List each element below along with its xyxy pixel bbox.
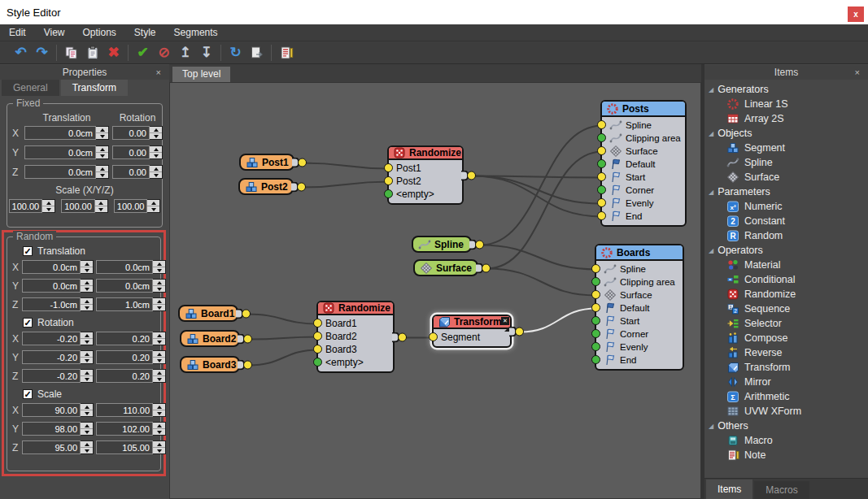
- node-surface[interactable]: Surface: [413, 259, 478, 276]
- node-spline[interactable]: Spline: [412, 236, 472, 253]
- items-close-icon[interactable]: ×: [855, 65, 860, 80]
- output-port[interactable]: [243, 334, 252, 343]
- item-reverse[interactable]: Reverse: [704, 345, 868, 360]
- menu-view[interactable]: View: [35, 24, 74, 41]
- item-constant[interactable]: 2Constant: [704, 214, 868, 228]
- input-port[interactable]: [597, 185, 606, 194]
- random-rotation-toggle[interactable]: ✓Rotation: [23, 316, 158, 328]
- notes-icon[interactable]: [277, 43, 295, 62]
- random-translation-z-max-steppers[interactable]: [153, 297, 166, 311]
- input-port[interactable]: [384, 189, 393, 198]
- node-transform[interactable]: Transform✕Segment: [432, 315, 512, 348]
- random-scale-x-max[interactable]: 110.00: [96, 403, 166, 417]
- node-header[interactable]: Boards: [596, 245, 683, 261]
- item-sequence[interactable]: 12Sequence: [704, 302, 868, 316]
- collapse-icon[interactable]: ◢: [709, 189, 713, 196]
- node-rand1[interactable]: RandomizePost1Post2<empty>: [387, 145, 464, 205]
- item-material[interactable]: Material: [704, 258, 868, 272]
- input-port[interactable]: [429, 332, 438, 341]
- item-compose[interactable]: Compose: [704, 331, 868, 345]
- node-board2[interactable]: Board2: [180, 330, 240, 347]
- random-rotation-z-max[interactable]: 0.20: [96, 369, 166, 383]
- input-port[interactable]: [591, 290, 600, 299]
- input-port[interactable]: [313, 319, 322, 328]
- fixed-translation-z-steppers[interactable]: [96, 165, 109, 179]
- canvas-tab-top-level[interactable]: Top level: [172, 67, 230, 82]
- category-operators[interactable]: ◢Operators: [704, 243, 868, 258]
- input-port[interactable]: [384, 176, 393, 185]
- item-array-2s[interactable]: Array 2S: [704, 111, 868, 126]
- input-port[interactable]: [597, 198, 606, 207]
- fixed-scale-1[interactable]: 100.00: [61, 199, 108, 213]
- random-scale-x-max-steppers[interactable]: [153, 403, 166, 417]
- random-scale-y-min[interactable]: 98.00: [22, 422, 94, 436]
- output-port[interactable]: [298, 158, 307, 167]
- input-port[interactable]: [597, 120, 606, 129]
- fixed-rotation-x-steppers[interactable]: [150, 126, 163, 140]
- node-board1[interactable]: Board1: [178, 305, 238, 322]
- fixed-rotation-y[interactable]: 0.00: [112, 145, 163, 159]
- tab-general[interactable]: General: [2, 80, 59, 96]
- random-translation-y-min-steppers[interactable]: [81, 279, 94, 293]
- node-post1[interactable]: Post1: [239, 154, 294, 171]
- input-port[interactable]: [591, 355, 600, 364]
- random-scale-z-min[interactable]: 95.00: [22, 440, 94, 454]
- item-randomize[interactable]: Randomize: [704, 287, 868, 302]
- item-segment[interactable]: Segment: [704, 141, 868, 155]
- random-translation-y-min[interactable]: 0.0cm: [22, 279, 94, 293]
- random-rotation-y-min-steppers[interactable]: [81, 350, 94, 364]
- output-port[interactable]: [515, 327, 524, 336]
- fixed-rotation-z-steppers[interactable]: [150, 165, 163, 179]
- node-header[interactable]: Randomize: [318, 302, 393, 315]
- random-scale-y-max[interactable]: 102.00: [96, 422, 166, 436]
- node-close-icon[interactable]: ✕: [501, 317, 509, 325]
- input-port[interactable]: [384, 163, 393, 172]
- checkbox-scale[interactable]: ✓: [23, 389, 33, 399]
- fixed-translation-x-steppers[interactable]: [96, 126, 109, 140]
- collapse-icon[interactable]: ◢: [709, 86, 713, 93]
- random-scale-x-min[interactable]: 90.00: [22, 403, 94, 417]
- output-port[interactable]: [297, 182, 306, 191]
- item-selector[interactable]: Selector: [704, 316, 868, 331]
- menu-options[interactable]: Options: [73, 24, 124, 41]
- properties-close-icon[interactable]: ×: [156, 65, 161, 80]
- random-translation-x-min[interactable]: 0.0cm: [22, 260, 94, 274]
- random-rotation-z-min-steppers[interactable]: [81, 369, 94, 383]
- random-rotation-z-min[interactable]: -0.20: [22, 369, 94, 383]
- random-scale-z-max-steppers[interactable]: [153, 440, 166, 454]
- fixed-scale-2-steppers[interactable]: [147, 199, 160, 213]
- collapse-icon[interactable]: ◢: [709, 247, 713, 254]
- fixed-scale-1-steppers[interactable]: [95, 199, 108, 213]
- node-board3[interactable]: Board3: [180, 356, 240, 373]
- random-rotation-y-min[interactable]: -0.20: [22, 350, 94, 364]
- tab-transform[interactable]: Transform: [61, 80, 128, 96]
- node-posts[interactable]: PostsSplineClipping areaSurfaceDefaultSt…: [600, 100, 687, 227]
- random-scale-z-max[interactable]: 105.00: [96, 440, 166, 454]
- fixed-translation-z[interactable]: 0.0cm: [24, 165, 109, 179]
- input-port[interactable]: [597, 172, 606, 181]
- refresh-icon[interactable]: ↻: [226, 43, 245, 62]
- random-translation-y-max-steppers[interactable]: [153, 279, 166, 293]
- random-scale-toggle[interactable]: ✓Scale: [23, 388, 158, 400]
- copy-icon[interactable]: [62, 43, 81, 62]
- tab-items[interactable]: Items: [706, 479, 752, 499]
- item-conditional[interactable]: Conditional: [704, 272, 868, 287]
- node-header[interactable]: Transform: [434, 316, 510, 329]
- fixed-translation-y-steppers[interactable]: [96, 145, 109, 159]
- category-objects[interactable]: ◢Objects: [704, 126, 868, 141]
- node-post2[interactable]: Post2: [238, 178, 294, 195]
- random-translation-toggle[interactable]: ✓Translation: [23, 245, 158, 257]
- delete-icon[interactable]: ✖: [104, 43, 123, 62]
- item-uvw-xform[interactable]: UVW XForm: [704, 404, 868, 419]
- item-spline[interactable]: Spline: [704, 155, 868, 170]
- item-macro[interactable]: Macro: [704, 433, 868, 448]
- tab-macros[interactable]: Macros: [754, 481, 809, 499]
- category-others[interactable]: ◢Others: [704, 419, 868, 433]
- fixed-scale-2[interactable]: 100.00: [114, 199, 161, 213]
- item-mirror[interactable]: Mirror: [704, 375, 868, 389]
- output-port[interactable]: [243, 360, 252, 369]
- output-port[interactable]: [467, 171, 476, 180]
- item-arithmetic[interactable]: ΣArithmetic: [704, 389, 868, 404]
- input-port[interactable]: [591, 342, 600, 351]
- send-bottom-icon[interactable]: ↧: [197, 43, 216, 62]
